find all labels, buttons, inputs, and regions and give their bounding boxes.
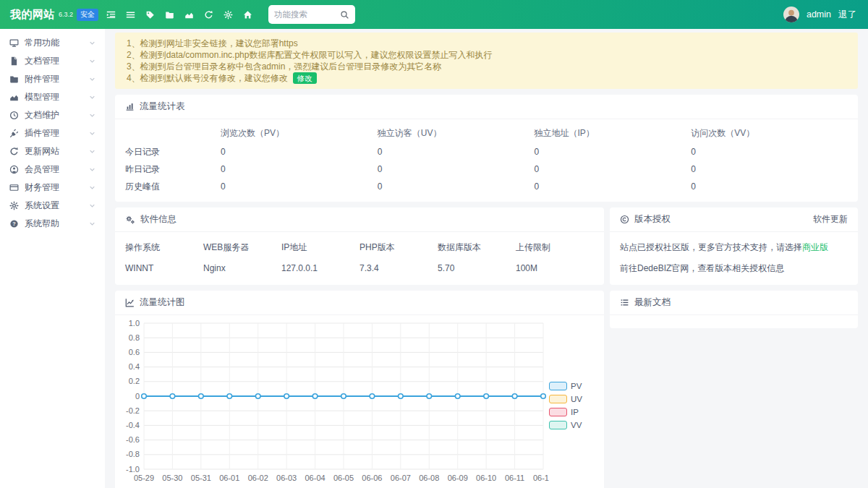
legend-label: IP	[571, 408, 579, 416]
sidebar-item-11[interactable]: ? 系统帮助	[0, 215, 105, 233]
sidebar-item-9[interactable]: 财务管理	[0, 179, 105, 197]
traffic-chart: 1.00.80.60.40.20-0.2-0.4-0.6-0.8-1.005-2…	[118, 317, 549, 488]
sidebar-item-7[interactable]: 更新网站	[0, 142, 105, 160]
sidebar-item-5[interactable]: 文档维护	[0, 106, 105, 124]
svg-text:06-04: 06-04	[305, 474, 326, 482]
chart-area-icon	[9, 93, 19, 102]
software-info-grid: 操作系统WEB服务器IP地址PHP版本数据库版本上传限制WINNTNginx12…	[115, 232, 604, 283]
legend-item-ip[interactable]: IP	[549, 408, 582, 416]
traffic-chart-header: 流量统计图	[115, 291, 604, 315]
sidebar-item-label: 系统设置	[25, 200, 59, 212]
software-update-link[interactable]: 软件更新	[813, 213, 848, 226]
user-area: admin 退了	[783, 7, 868, 22]
bar-chart-icon	[125, 102, 135, 111]
commercial-edition-link[interactable]: 商业版	[802, 242, 828, 252]
chevron-down-icon	[89, 184, 95, 191]
notice-line: 3、检测到后台管理目录名称中包含admin，强烈建议后台管理目录修改为其它名称	[127, 61, 846, 72]
svg-text:0: 0	[135, 392, 140, 401]
legend-swatch	[549, 382, 567, 390]
sidebar-item-label: 常用功能	[25, 37, 59, 49]
svg-text:-1.0: -1.0	[126, 465, 140, 474]
traffic-table-col-header: 独立访客（UV）	[378, 127, 535, 140]
chevron-down-icon	[89, 221, 95, 227]
search-box[interactable]	[268, 5, 355, 24]
license-line-1-text: 站点已授权社区版，更多官方技术支持，请选择	[620, 242, 802, 252]
chevron-down-icon	[89, 202, 95, 209]
chevron-down-icon	[89, 76, 95, 82]
traffic-cell-value: 0	[535, 164, 692, 174]
traffic-table-col-header: 独立地址（IP）	[535, 127, 692, 140]
security-badge[interactable]: 安全	[77, 9, 98, 21]
svg-text:06-01: 06-01	[219, 474, 239, 482]
sidebar-item-label: 更新网站	[25, 145, 59, 158]
chevron-down-icon	[89, 148, 95, 155]
sidebar-item-2[interactable]: 文档管理	[0, 52, 105, 70]
sidebar-item-10[interactable]: 系统设置	[0, 197, 105, 215]
chart-area-button[interactable]	[184, 10, 194, 20]
legend-swatch	[549, 408, 567, 416]
legend-item-vv[interactable]: VV	[549, 421, 582, 429]
avatar[interactable]	[783, 7, 799, 22]
software-field-value: Nginx	[203, 263, 281, 273]
sidebar-item-8[interactable]: 会员管理	[0, 160, 105, 179]
username-label[interactable]: admin	[807, 9, 831, 20]
legend-item-pv[interactable]: PV	[549, 382, 582, 390]
software-field-label: PHP版本	[359, 241, 438, 254]
brand: 我的网站 6.3.2 安全	[0, 8, 105, 22]
folder-button[interactable]	[165, 10, 174, 20]
search-icon-slot[interactable]	[340, 10, 349, 20]
svg-text:0.8: 0.8	[129, 333, 140, 342]
outdent-button[interactable]	[106, 10, 116, 20]
legend-label: VV	[571, 421, 582, 429]
sidebar-item-4[interactable]: 模型管理	[0, 88, 105, 106]
license-line-2-text: 前往DedeBIZ官网，查看版本相关授权信息	[620, 263, 784, 273]
tag-button[interactable]	[145, 10, 155, 20]
chevron-down-icon	[89, 112, 95, 119]
chevron-down-icon	[89, 58, 95, 64]
sidebar-item-label: 会员管理	[25, 163, 59, 176]
svg-text:06-07: 06-07	[391, 474, 411, 482]
traffic-row-label: 历史峰值	[125, 181, 221, 193]
search-icon	[340, 10, 349, 20]
traffic-table-col-header: 浏览次数（PV）	[221, 127, 378, 140]
svg-text:0.4: 0.4	[129, 362, 140, 371]
legend-swatch	[549, 395, 567, 403]
sidebar-item-label: 插件管理	[25, 127, 59, 140]
traffic-cell-value: 0	[378, 147, 535, 157]
notice-line: 2、检测到data/common.inc.php数据库配置文件权限可以写入，建议…	[127, 49, 846, 61]
gear-button[interactable]	[224, 10, 233, 20]
search-input[interactable]	[274, 10, 340, 19]
svg-text:06-05: 06-05	[333, 474, 354, 482]
traffic-chart-card: 流量统计图 1.00.80.60.40.20-0.2-0.4-0.6-0.8-1…	[115, 291, 604, 488]
traffic-cell-value: 0	[691, 181, 848, 192]
software-info-card: 软件信息 操作系统WEB服务器IP地址PHP版本数据库版本上传限制WINNTNg…	[115, 207, 604, 285]
latest-docs-body	[610, 315, 858, 328]
software-info-header: 软件信息	[115, 207, 604, 232]
tag-icon	[145, 10, 155, 20]
notice-text: 4、检测到默认账号没有修改，建议您修改	[127, 72, 288, 84]
svg-text:06-12: 06-12	[533, 474, 549, 482]
latest-docs-header: 最新文档	[610, 291, 858, 315]
sidebar-item-3[interactable]: 附件管理	[0, 70, 105, 88]
avatar-image	[783, 7, 799, 22]
sidebar-item-label: 系统帮助	[25, 218, 59, 230]
svg-text:05-29: 05-29	[134, 474, 154, 482]
legend-item-uv[interactable]: UV	[549, 395, 582, 403]
menu-button[interactable]	[126, 10, 135, 20]
version-label: 6.3.2	[59, 11, 73, 18]
svg-text:06-10: 06-10	[476, 474, 496, 482]
sidebar-item-6[interactable]: 插件管理	[0, 124, 105, 142]
refresh-button[interactable]	[204, 10, 213, 20]
list-icon	[620, 298, 629, 307]
chevron-down-icon	[89, 166, 95, 173]
home-button[interactable]	[243, 10, 252, 20]
traffic-cell-value: 0	[691, 147, 848, 157]
latest-docs-title: 最新文档	[634, 296, 671, 309]
sidebar-item-1[interactable]: 常用功能	[0, 34, 105, 52]
outdent-icon	[106, 10, 116, 20]
refresh-icon	[204, 10, 213, 20]
logout-button[interactable]: 退了	[838, 9, 856, 21]
fix-button[interactable]: 修改	[293, 72, 317, 84]
notice-line: 4、检测到默认账号没有修改，建议您修改 修改	[127, 72, 846, 84]
notice-line: 1、检测到网址非安全链接，建议您部署https	[127, 38, 846, 49]
